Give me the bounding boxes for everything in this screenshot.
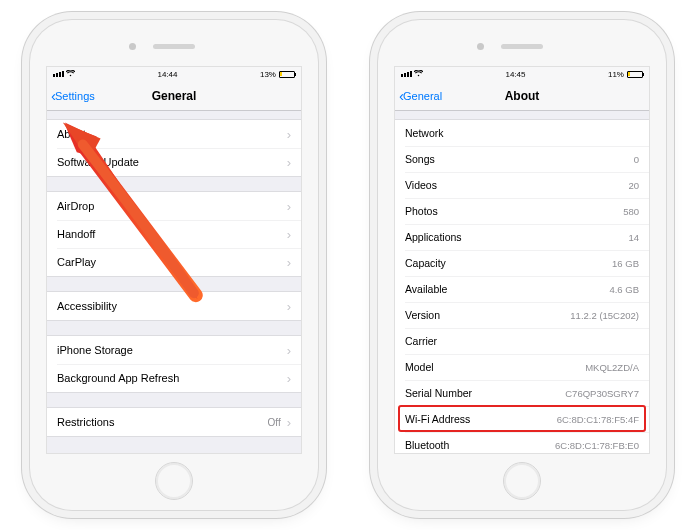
- row-label: Videos: [405, 179, 628, 191]
- row-label: CarPlay: [57, 256, 281, 268]
- row-label: Accessibility: [57, 300, 281, 312]
- battery-pct: 11%: [608, 70, 624, 79]
- battery-icon: [279, 71, 295, 78]
- row-songs[interactable]: Songs 0: [395, 146, 649, 172]
- camera-dot: [129, 43, 136, 50]
- row-label: Available: [405, 283, 609, 295]
- row-label: Bluetooth: [405, 439, 555, 451]
- row-label: Model: [405, 361, 585, 373]
- row-label: Carrier: [405, 335, 639, 347]
- row-label: Capacity: [405, 257, 612, 269]
- row-version[interactable]: Version 11.2.2 (15C202): [395, 302, 649, 328]
- row-label: Serial Number: [405, 387, 565, 399]
- home-button[interactable]: [503, 462, 541, 500]
- row-capacity[interactable]: Capacity 16 GB: [395, 250, 649, 276]
- screen-right: 14:45 11% ‹ General About Network Songs: [394, 66, 650, 454]
- row-bluetooth[interactable]: Bluetooth 6C:8D:C1:78:FB:E0: [395, 432, 649, 453]
- row-label: iPhone Storage: [57, 344, 281, 356]
- chevron-right-icon: ›: [287, 127, 291, 142]
- row-label: Wi-Fi Address: [405, 413, 557, 425]
- row-available[interactable]: Available 4.6 GB: [395, 276, 649, 302]
- phone-left: 14:44 13% ‹ Settings General About › Sof…: [30, 20, 318, 510]
- row-carrier[interactable]: Carrier: [395, 328, 649, 354]
- signal-icon: [53, 71, 64, 77]
- chevron-right-icon: ›: [287, 227, 291, 242]
- row-handoff[interactable]: Handoff ›: [47, 220, 301, 248]
- row-about[interactable]: About ›: [47, 120, 301, 148]
- row-software-update[interactable]: Software Update ›: [47, 148, 301, 176]
- chevron-right-icon: ›: [287, 155, 291, 170]
- row-label: Songs: [405, 153, 634, 165]
- row-value: 580: [623, 206, 639, 217]
- row-label: Background App Refresh: [57, 372, 281, 384]
- chevron-right-icon: ›: [287, 371, 291, 386]
- row-label: About: [57, 128, 281, 140]
- row-serial[interactable]: Serial Number C76QP30SGRY7: [395, 380, 649, 406]
- status-bar: 14:45 11%: [395, 67, 649, 81]
- phone-right: 14:45 11% ‹ General About Network Songs: [378, 20, 666, 510]
- row-network[interactable]: Network: [395, 120, 649, 146]
- row-value: 11.2.2 (15C202): [570, 310, 639, 321]
- row-value: MKQL2ZD/A: [585, 362, 639, 373]
- signal-icon: [401, 71, 412, 77]
- content[interactable]: About › Software Update › AirDrop › Hand…: [47, 111, 301, 453]
- row-value: 14: [628, 232, 639, 243]
- screen-left: 14:44 13% ‹ Settings General About › Sof…: [46, 66, 302, 454]
- wifi-icon: [414, 70, 423, 79]
- camera-dot: [477, 43, 484, 50]
- row-restrictions[interactable]: Restrictions Off ›: [47, 408, 301, 436]
- row-label: Software Update: [57, 156, 281, 168]
- clock: 14:45: [505, 70, 525, 79]
- row-model[interactable]: Model MKQL2ZD/A: [395, 354, 649, 380]
- row-photos[interactable]: Photos 580: [395, 198, 649, 224]
- row-carplay[interactable]: CarPlay ›: [47, 248, 301, 276]
- nav-bar: ‹ General About: [395, 81, 649, 111]
- row-label: Network: [405, 127, 639, 139]
- row-value: 6C:8D:C1:78:FB:E0: [555, 440, 639, 451]
- row-value: 4.6 GB: [609, 284, 639, 295]
- chevron-right-icon: ›: [287, 299, 291, 314]
- chevron-right-icon: ›: [287, 343, 291, 358]
- back-button[interactable]: ‹ General: [399, 88, 442, 103]
- row-label: Handoff: [57, 228, 281, 240]
- row-label: AirDrop: [57, 200, 281, 212]
- row-label: Restrictions: [57, 416, 268, 428]
- row-videos[interactable]: Videos 20: [395, 172, 649, 198]
- row-applications[interactable]: Applications 14: [395, 224, 649, 250]
- battery-pct: 13%: [260, 70, 276, 79]
- row-label: Photos: [405, 205, 623, 217]
- page-title: About: [505, 89, 540, 103]
- chevron-right-icon: ›: [287, 199, 291, 214]
- row-value: Off: [268, 417, 281, 428]
- row-label: Version: [405, 309, 570, 321]
- content[interactable]: Network Songs 0 Videos 20 Photos 580 App…: [395, 111, 649, 453]
- row-airdrop[interactable]: AirDrop ›: [47, 192, 301, 220]
- row-value: 16 GB: [612, 258, 639, 269]
- nav-bar: ‹ Settings General: [47, 81, 301, 111]
- back-button[interactable]: ‹ Settings: [51, 88, 95, 103]
- status-bar: 14:44 13%: [47, 67, 301, 81]
- row-wifi-address[interactable]: Wi-Fi Address 6C:8D:C1:78:F5:4F: [395, 406, 649, 432]
- row-value: 0: [634, 154, 639, 165]
- clock: 14:44: [157, 70, 177, 79]
- chevron-right-icon: ›: [287, 255, 291, 270]
- row-iphone-storage[interactable]: iPhone Storage ›: [47, 336, 301, 364]
- home-button[interactable]: [155, 462, 193, 500]
- back-label: General: [403, 90, 442, 102]
- row-value: 20: [628, 180, 639, 191]
- speaker-slot: [501, 44, 543, 49]
- row-label: Applications: [405, 231, 628, 243]
- back-label: Settings: [55, 90, 95, 102]
- row-background-app-refresh[interactable]: Background App Refresh ›: [47, 364, 301, 392]
- row-accessibility[interactable]: Accessibility ›: [47, 292, 301, 320]
- row-value: C76QP30SGRY7: [565, 388, 639, 399]
- row-value: 6C:8D:C1:78:F5:4F: [557, 414, 639, 425]
- wifi-icon: [66, 70, 75, 79]
- chevron-right-icon: ›: [287, 415, 291, 430]
- page-title: General: [152, 89, 197, 103]
- battery-icon: [627, 71, 643, 78]
- speaker-slot: [153, 44, 195, 49]
